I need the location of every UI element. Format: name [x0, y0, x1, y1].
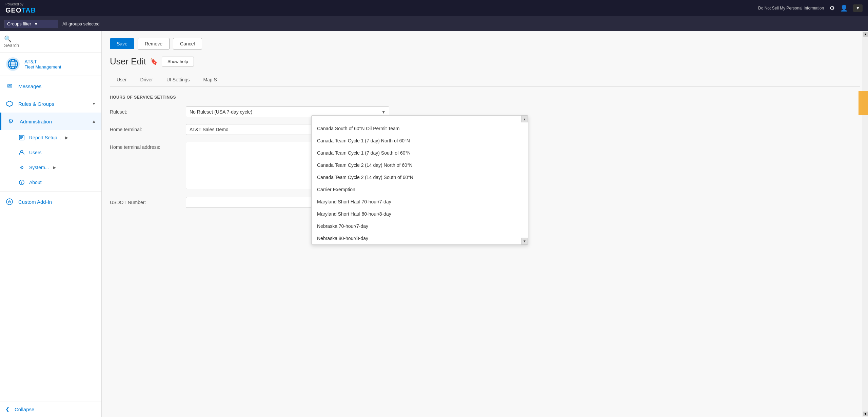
scrollbar-up-button[interactable]: ▲ — [863, 32, 868, 37]
sidebar-item-label-rules-groups: Rules & Groups — [18, 101, 87, 107]
report-setup-chevron: ▶ — [65, 135, 68, 140]
dropdown-item-carrier-exemption[interactable]: Carrier Exemption — [312, 183, 528, 196]
dropdown-list-scroll: ▲ Canada South of 60°N Oil Permit Team C… — [312, 116, 528, 244]
top-bar: Powered by GEOTAB Do Not Sell My Persona… — [0, 0, 868, 16]
collapse-icon: ❮ — [5, 406, 10, 412]
page-title: User Edit — [110, 56, 146, 67]
dropdown-item-canada-team-cycle2-14-south[interactable]: Canada Team Cycle 2 (14 day) South of 60… — [312, 171, 528, 183]
sidebar-item-messages[interactable]: ✉ Messages — [0, 77, 101, 95]
settings-icon[interactable]: ⚙ — [829, 4, 835, 12]
home-terminal-address-label: Home terminal address: — [110, 142, 178, 150]
usdot-label: USDOT Number: — [110, 197, 178, 205]
sidebar-item-label-administration: Administration — [20, 119, 87, 124]
brand-sub: Fleet Management — [24, 64, 61, 70]
top-bar-right: Do Not Sell My Personal Information ⚙ 👤 … — [758, 4, 863, 12]
collapse-label: Collapse — [15, 406, 34, 412]
ruleset-dropdown-list: ▲ Canada South of 60°N Oil Permit Team C… — [311, 115, 528, 245]
page-title-row: User Edit 🔖 Show help — [110, 56, 860, 67]
sidebar-item-users[interactable]: Users — [0, 145, 101, 160]
dropdown-item-canada-team-cycle2-14-north[interactable]: Canada Team Cycle 2 (14 day) North of 60… — [312, 159, 528, 171]
about-icon: i — [18, 179, 25, 186]
powered-by-text: Powered by GEOTAB — [5, 2, 36, 14]
do-not-sell-link[interactable]: Do Not Sell My Personal Information — [758, 6, 824, 11]
user-dropdown-button[interactable]: ▼ — [853, 4, 863, 12]
sidebar-item-about[interactable]: i About — [0, 175, 101, 190]
users-icon — [18, 149, 25, 156]
sidebar-search-row: 🔍 — [0, 31, 101, 53]
tab-user[interactable]: User — [110, 74, 134, 86]
dropdown-item-nebraska-70-7[interactable]: Nebraska 70-hour/7-day — [312, 220, 528, 232]
system-icon: ⚙ — [18, 164, 25, 171]
sidebar-item-report-setup[interactable]: Report Setup... ▶ — [0, 130, 101, 145]
rules-groups-chevron: ▼ — [92, 101, 96, 106]
messages-icon: ✉ — [5, 82, 14, 90]
dropdown-item-canada-team-cycle1-7-south[interactable]: Canada Team Cycle 1 (7 day) South of 60°… — [312, 147, 528, 159]
remove-button[interactable]: Remove — [138, 38, 170, 49]
bookmark-icon[interactable]: 🔖 — [150, 58, 158, 65]
dropdown-scroll-down-button[interactable]: ▼ — [521, 238, 528, 244]
dropdown-scroll-up-button[interactable]: ▲ — [521, 116, 528, 122]
sidebar-item-label-about: About — [29, 180, 42, 185]
show-help-button[interactable]: Show help — [162, 57, 194, 66]
tab-driver[interactable]: Driver — [134, 74, 160, 86]
brand-name: AT&T — [24, 59, 61, 64]
groups-filter-label: Groups filter — [7, 21, 31, 26]
dropdown-item-maryland-70-7[interactable]: Maryland Short Haul 70-hour/7-day — [312, 196, 528, 208]
section-title: HOURS OF SERVICE SETTINGS — [110, 95, 860, 100]
sidebar-divider — [0, 191, 101, 192]
home-terminal-label: Home terminal: — [110, 124, 178, 132]
svg-marker-6 — [7, 101, 12, 106]
highlight-box — [859, 91, 868, 115]
search-icon: 🔍 — [4, 36, 12, 42]
tab-map-s[interactable]: Map S — [196, 74, 223, 86]
sidebar-item-label-users: Users — [29, 150, 42, 155]
user-icon[interactable]: 👤 — [840, 4, 848, 12]
sidebar-item-administration[interactable]: ⚙ Administration ▲ — [0, 113, 101, 130]
sidebar-item-label-report-setup: Report Setup... — [29, 135, 61, 140]
groups-filter-value: All groups selected — [62, 21, 100, 26]
brand-section: AT&T Fleet Management — [0, 53, 101, 76]
geotab-logo: GEOTAB — [5, 6, 36, 14]
dropdown-item-canada-south-60-oil[interactable]: Canada South of 60°N Oil Permit Team — [312, 122, 528, 135]
groups-filter-bar: Groups filter ▼ All groups selected — [0, 16, 868, 31]
system-chevron: ▶ — [53, 165, 56, 170]
action-bar: Save Remove Cancel — [110, 38, 860, 49]
content-area: Save Remove Cancel User Edit 🔖 Show help… — [102, 31, 868, 417]
cancel-button[interactable]: Cancel — [173, 38, 202, 49]
save-button[interactable]: Save — [110, 38, 134, 49]
svg-text:i: i — [21, 180, 22, 184]
administration-chevron: ▲ — [92, 119, 96, 124]
tabs-row: User Driver UI Settings Map S — [110, 74, 860, 87]
main-layout: 🔍 AT&T Fleet Management ▲ — [0, 31, 868, 417]
search-input[interactable] — [4, 43, 97, 48]
custom-add-in-icon — [5, 198, 14, 206]
dropdown-item-canada-team-cycle1-7-north[interactable]: Canada Team Cycle 1 (7 day) North of 60°… — [312, 135, 528, 147]
sidebar-item-system[interactable]: ⚙ System... ▶ — [0, 160, 101, 175]
ruleset-label: Ruleset: — [110, 106, 178, 115]
scrollbar-down-button[interactable]: ▼ — [863, 412, 868, 416]
administration-icon: ⚙ — [7, 117, 15, 125]
scrollbar-area: ▲ ▼ — [863, 31, 868, 417]
tab-ui-settings[interactable]: UI Settings — [160, 74, 196, 86]
sidebar-item-label-custom-add-in: Custom Add-In — [18, 199, 96, 205]
brand-text: AT&T Fleet Management — [24, 59, 61, 70]
sidebar-item-label-messages: Messages — [18, 83, 96, 89]
report-setup-icon — [18, 134, 25, 141]
sidebar: 🔍 AT&T Fleet Management ▲ — [0, 31, 102, 417]
groups-filter-select[interactable]: Groups filter ▼ — [4, 20, 58, 28]
att-logo — [5, 57, 20, 72]
sidebar-nav: ✉ Messages Rules & Groups ▼ ⚙ Administra… — [0, 77, 101, 400]
dropdown-item-maryland-80-8[interactable]: Maryland Short Haul 80-hour/8-day — [312, 208, 528, 220]
groups-filter-arrow: ▼ — [34, 21, 38, 26]
sidebar-item-custom-add-in[interactable]: Custom Add-In — [0, 193, 101, 211]
top-bar-left: Powered by GEOTAB — [5, 2, 36, 14]
sidebar-item-rules-groups[interactable]: Rules & Groups ▼ — [0, 95, 101, 113]
rules-groups-icon — [5, 100, 14, 108]
sidebar-collapse-button[interactable]: ❮ Collapse — [0, 401, 101, 417]
sidebar-item-label-system: System... — [29, 165, 49, 170]
